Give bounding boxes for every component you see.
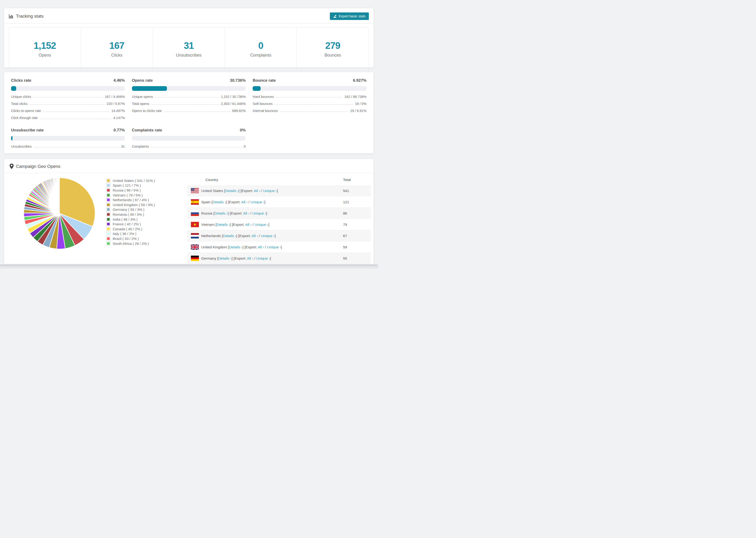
stat-value: 279: [325, 40, 340, 51]
stat-card: 0Complaints: [225, 27, 297, 71]
legend-item: Romania ( 49 / 3% ): [106, 212, 155, 217]
geo-title-text: Campaign Geo Opens: [16, 164, 60, 169]
rate-block: Clicks rate4.46%Unique clicks167 / 4.456…: [11, 78, 125, 121]
export-unique-link[interactable]: Unique ›: [261, 234, 275, 238]
export-all-link[interactable]: All ›: [245, 223, 252, 227]
rate-row: Unsubscribes31: [11, 143, 125, 150]
legend-swatch-fill: [107, 208, 110, 211]
rate-row: Unique opens1,152 / 30.736%: [132, 93, 246, 100]
legend-item: France ( 42 / 2% ): [106, 222, 155, 227]
legend-swatch: [106, 232, 110, 236]
legend-swatch-fill: [107, 223, 110, 225]
legend-item: India ( 46 / 3% ): [106, 217, 155, 222]
legend-swatch: [106, 217, 110, 221]
details-link[interactable]: Details ›: [229, 245, 243, 249]
rate-header: Unsubscribe rate0.77%: [11, 128, 125, 133]
export-all-link[interactable]: All ›: [243, 211, 249, 215]
rate-row-value: 14.497%: [111, 109, 125, 113]
details-link[interactable]: Details ›: [223, 234, 236, 238]
legend-swatch: [106, 212, 110, 216]
legend-swatch: [106, 203, 110, 207]
details-link[interactable]: Details ›: [216, 223, 230, 227]
legend-swatch: [106, 188, 110, 192]
dotted-leader: [274, 104, 353, 105]
legend-label: United States ( 541 / 31% ): [113, 179, 155, 183]
column-header-country: Country: [187, 178, 343, 182]
export-all-link[interactable]: All ›: [258, 245, 264, 249]
export-unique-link[interactable]: Unique ›: [250, 200, 264, 204]
dotted-leader: [33, 97, 103, 98]
rate-row-label: Unique clicks: [11, 95, 31, 99]
export-unique-link[interactable]: Unique ›: [267, 245, 281, 249]
export-unique-link[interactable]: Unique ›: [263, 189, 277, 193]
legend-label: Italy ( 36 / 2% ): [113, 232, 136, 236]
tracking-stats-header: Tracking stats Export basic stats: [4, 8, 374, 24]
legend-item: Vietnam ( 79 / 5% ): [106, 193, 155, 198]
bracket: ] [Export:: [239, 189, 254, 193]
bottom-band: [0, 265, 378, 269]
export-basic-stats-button[interactable]: Export basic stats: [330, 13, 369, 20]
separator: /: [264, 245, 267, 249]
rates-card: Clicks rate4.46%Unique clicks167 / 4.456…: [4, 72, 374, 153]
rate-row-value: 4.147%: [113, 116, 125, 120]
export-unique-link[interactable]: Unique ›: [252, 211, 266, 215]
total-cell: 121: [343, 200, 371, 204]
progress-bar-fill: [11, 136, 13, 140]
export-all-link[interactable]: All ›: [254, 189, 260, 193]
rate-row: Opens to clicks rate689.82%: [132, 107, 246, 114]
bracket: ] [Export:: [243, 245, 258, 249]
tracking-stats-card: Tracking stats Export basic stats 1,152O…: [4, 8, 374, 68]
country-name: Netherlands: [201, 234, 222, 238]
country-cell: Germany [Details ›] [Export: All › / Uni…: [199, 256, 343, 260]
rate-row: Soft bounces18 / 0%: [253, 100, 366, 107]
rate-block: Bounce rate6.927%Hard bounces242 / 86.73…: [253, 78, 366, 121]
separator: /: [258, 234, 261, 238]
rate-row: Hard bounces242 / 86.738%: [253, 93, 366, 100]
separator: /: [260, 189, 263, 193]
bracket: ]: [275, 234, 276, 238]
geo-table-row: United Kingdom [Details ›] [Export: All …: [187, 242, 371, 253]
export-all-link[interactable]: All ›: [242, 200, 248, 204]
legend-swatch: [106, 237, 110, 241]
tracking-stats-title-text: Tracking stats: [16, 14, 44, 19]
details-link[interactable]: Details ›: [214, 211, 228, 215]
details-link[interactable]: Details ›: [212, 200, 226, 204]
rate-row-value: 18 / 0%: [355, 102, 366, 106]
export-unique-link[interactable]: Unique ›: [254, 223, 268, 227]
legend-label: France ( 42 / 2% ): [113, 222, 141, 226]
geo-table-row: Russia [Details ›] [Export: All › / Uniq…: [187, 208, 371, 219]
progress-bar-track: [132, 86, 246, 91]
dotted-leader: [151, 147, 242, 147]
legend-swatch-fill: [107, 218, 110, 221]
legend-swatch: [106, 227, 110, 231]
rate-row-label: Total clicks: [11, 102, 27, 106]
export-all-link[interactable]: All ›: [247, 256, 253, 260]
stat-card: 279Bounces: [297, 27, 369, 71]
rate-header: Complaints rate0%: [132, 128, 246, 133]
rates-grid: Clicks rate4.46%Unique clicks167 / 4.456…: [4, 72, 374, 156]
legend-item: Brazil ( 33 / 2% ): [106, 236, 155, 241]
rate-block: Opens rate30.736%Unique opens1,152 / 30.…: [132, 78, 246, 121]
details-link[interactable]: Details ›: [225, 189, 239, 193]
stat-label: Opens: [38, 53, 51, 58]
export-all-link[interactable]: All ›: [252, 234, 258, 238]
legend-item: United Kingdom ( 59 / 3% ): [106, 202, 155, 207]
export-unique-link[interactable]: Unique ›: [256, 256, 270, 260]
stat-label: Clicks: [111, 53, 122, 58]
legend-swatch: [106, 193, 110, 197]
rate-row-label: Clicks to opens rate: [11, 109, 41, 113]
progress-bar-track: [11, 86, 125, 91]
legend-swatch: [106, 207, 110, 211]
rate-value: 0.77%: [113, 128, 125, 133]
rate-value: 30.736%: [230, 78, 245, 83]
bracket: ]: [281, 245, 282, 249]
rate-row: Total clicks220 / 5.87%: [11, 100, 125, 107]
legend-label: Brazil ( 33 / 2% ): [113, 237, 139, 241]
rate-row: Complaints0: [132, 143, 246, 150]
rate-row-label: Opens to clicks rate: [132, 109, 162, 113]
rate-row-value: 220 / 5.87%: [107, 102, 125, 106]
progress-bar-track: [253, 86, 366, 91]
rate-row-value: 242 / 86.738%: [345, 95, 366, 99]
details-link[interactable]: Details ›: [218, 256, 232, 260]
stat-value: 167: [109, 40, 125, 51]
